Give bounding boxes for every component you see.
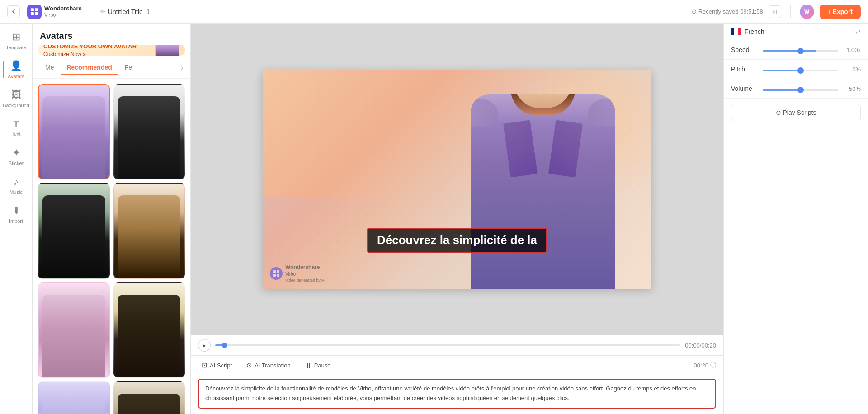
play-button[interactable]: ▶ [198,339,211,352]
avatar-card-4[interactable] [113,183,185,278]
script-duration: 00:20 ⓘ [693,361,716,369]
watermark-text: Wondershare Virbo Video generated by AI [285,263,325,283]
avatar-card-6[interactable] [113,282,185,378]
french-flag-icon [731,28,741,35]
info-icon: ⓘ [710,361,716,369]
icon-sidebar: ⊞ Template 👤 Avatars 🖼 Background T Text… [0,24,33,414]
avatar-card-7[interactable] [38,381,110,414]
topbar: Wondershare Virbo ✏ Untitled Title_1 ⊙ R… [0,0,868,24]
sidebar-item-music[interactable]: ♪ Music [3,172,30,199]
avatar-card-2[interactable] [113,84,185,179]
tab-more-icon[interactable]: › [181,64,183,72]
pitch-slider[interactable] [763,70,838,71]
pause-icon: ⏸ [305,362,312,369]
tab-fe[interactable]: Fe [119,61,137,75]
sidebar-item-template[interactable]: ⊞ Template [3,27,30,54]
language-selector[interactable]: French ⇄ [724,24,868,40]
text-icon: T [13,119,19,129]
pause-button[interactable]: ⏸ Pause [302,360,335,371]
ai-script-label: AI Script [210,362,232,369]
pitch-label: Pitch [731,66,758,73]
svg-rect-4 [273,270,276,273]
customize-banner[interactable]: CUSTOMIZE YOUR OWN AVATAR Customize Now … [38,45,185,56]
watermark: Wondershare Virbo Video generated by AI [270,263,325,283]
logo-icon [27,5,42,19]
svg-rect-5 [277,270,279,273]
background-label: Background [3,103,29,108]
pitch-slider-wrap[interactable] [763,65,838,73]
speed-slider[interactable] [763,50,838,52]
sticker-icon: ✦ [12,147,20,159]
svg-rect-9 [734,28,738,35]
playback-bar: ▶ 00:00/00:20 [191,335,723,355]
export-button[interactable]: ↑ Export [820,5,861,19]
share-button[interactable]: ⊡ [769,5,781,18]
music-icon: ♪ [14,176,19,188]
save-status: ⊙ Recently saved 09:51:58 [692,8,763,15]
speed-control: Speed 1.00x [724,40,868,60]
script-text[interactable]: Découvrez la simplicité de la fonctionna… [198,379,716,409]
pitch-control: Pitch 0% [724,60,868,79]
pitch-value: 0% [843,66,861,73]
tab-me[interactable]: Me [40,61,59,75]
watermark-logo [270,267,283,280]
play-scripts-button[interactable]: ⊙ Play Scripts [731,104,861,121]
subtitle-text: Découvrez la simplicité de la [377,233,537,247]
ai-translation-icon: ⊙ [246,361,252,369]
avatar-card-3[interactable] [38,183,110,278]
avatars-icon: 👤 [10,60,22,72]
topbar-divider-1 [91,5,91,18]
video-container: Découvrez la simplicité de la Wondershar… [191,24,723,335]
speed-slider-wrap[interactable] [763,46,838,54]
svg-rect-3 [35,12,38,15]
ai-script-button[interactable]: ⊡ AI Script [198,359,236,371]
svg-rect-10 [738,28,741,35]
speed-label: Speed [731,46,758,53]
back-button[interactable] [7,5,20,18]
text-label: Text [11,131,20,136]
svg-rect-7 [277,274,279,277]
watermark-sub: Virbo [285,271,325,278]
avatars-label: Avatars [8,74,24,79]
title-text: Untitled Title_1 [108,8,150,15]
logo: Wondershare Virbo [27,5,82,19]
user-avatar[interactable]: W [800,5,814,19]
volume-slider-wrap[interactable] [763,85,838,93]
watermark-brand: Wondershare [285,263,325,271]
sidebar-item-background[interactable]: 🖼 Background [3,85,30,112]
duration-value: 00:20 [693,362,708,369]
ai-translation-button[interactable]: ⊙ AI Translation [243,359,294,371]
right-panel: French ⇄ Speed 1.00x Pitch 0% Volume [723,24,868,414]
main-layout: ⊞ Template 👤 Avatars 🖼 Background T Text… [0,24,868,414]
speed-value: 1.00x [843,47,861,53]
sidebar-item-avatars[interactable]: 👤 Avatars [3,56,30,83]
sidebar-item-text[interactable]: T Text [3,114,30,141]
progress-track[interactable] [215,344,680,346]
watermark-note: Video generated by AI [285,278,325,283]
svg-rect-1 [35,8,38,11]
panel-sidebar: Avatars CUSTOMIZE YOUR OWN AVATAR Custom… [33,24,191,414]
ai-script-icon: ⊡ [202,361,208,369]
subtitle-overlay: Découvrez la simplicité de la [367,228,547,253]
avatar-card-5[interactable] [38,282,110,378]
customize-title: CUSTOMIZE YOUR OWN AVATAR [43,45,150,50]
sidebar-item-import[interactable]: ⬇ Import [3,201,30,228]
volume-control: Volume 50% [724,79,868,99]
sidebar-item-sticker[interactable]: ✦ Sticker [3,143,30,170]
progress-dot [222,343,227,348]
script-bar: ⊡ AI Script ⊙ AI Translation ⏸ Pause 00:… [191,355,723,414]
pause-label: Pause [314,362,331,369]
svg-rect-0 [31,8,34,11]
title-icon: ✏ [100,8,105,15]
volume-slider[interactable] [763,89,838,91]
sticker-label: Sticker [9,160,24,166]
language-selector-icon[interactable]: ⇄ [855,28,861,35]
topbar-divider-2 [790,5,791,18]
avatar-card-1[interactable] [38,84,110,179]
tab-recommended[interactable]: Recommended [61,61,117,75]
customize-text: CUSTOMIZE YOUR OWN AVATAR Customize Now … [43,45,150,56]
volume-label: Volume [731,85,758,92]
avatar-grid [33,79,190,414]
customize-banner-image [155,45,179,56]
avatar-card-8[interactable] [113,381,185,414]
